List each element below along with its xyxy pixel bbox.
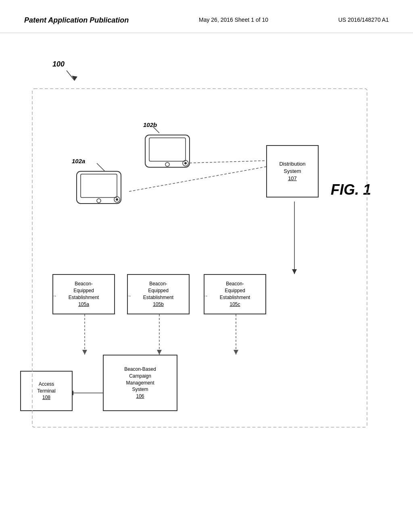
ref-100-label: 100 [52, 60, 65, 69]
svg-line-6 [181, 160, 274, 163]
arrow-105b: → [127, 293, 131, 298]
access-terminal-box: Access Terminal 108 [20, 371, 73, 411]
svg-rect-20 [81, 174, 117, 197]
header-left-label: Patent Application Publication [24, 16, 129, 25]
arrow-105c: → [204, 293, 208, 298]
fig-label: FIG. 1 [331, 181, 371, 198]
svg-line-0 [67, 71, 75, 81]
svg-rect-29 [32, 89, 367, 427]
svg-marker-11 [82, 350, 87, 355]
ref-102a-label: 102a [72, 157, 85, 165]
svg-point-23 [116, 198, 118, 201]
bcms-box: Beacon-Based Campaign Management System … [103, 355, 177, 411]
header: Patent Application Publication May 26, 2… [0, 0, 413, 33]
establishment-105c-label: Beacon- Equipped Establishment 105c [220, 281, 250, 308]
establishment-105b-box: Beacon- Equipped Establishment 105b [127, 274, 190, 314]
distribution-system-label: Distribution System 107 [279, 160, 305, 183]
header-right-label: US 2016/148270 A1 [338, 16, 389, 24]
header-center-label: May 26, 2016 Sheet 1 of 10 [199, 16, 268, 24]
device-102b [143, 133, 192, 169]
diagram-area: 100 102a [0, 48, 413, 532]
page: Patent Application Publication May 26, 2… [0, 0, 413, 532]
svg-marker-1 [72, 76, 77, 81]
bcms-label: Beacon-Based Campaign Management System … [124, 366, 156, 400]
svg-rect-25 [149, 138, 186, 161]
establishment-105a-label: Beacon- Equipped Establishment 105a [69, 281, 99, 308]
svg-marker-9 [292, 269, 297, 274]
svg-marker-13 [157, 350, 162, 355]
establishment-105b-label: Beacon- Equipped Establishment 105b [143, 281, 173, 308]
access-terminal-label: Access Terminal 108 [37, 381, 55, 401]
device-102a [75, 169, 123, 206]
svg-marker-15 [234, 350, 238, 355]
ref-102b-label: 102b [143, 121, 157, 129]
arrow-105a: → [52, 293, 57, 298]
establishment-105a-box: Beacon- Equipped Establishment 105a [52, 274, 115, 314]
svg-point-28 [184, 162, 187, 164]
distribution-system-box: Distribution System 107 [266, 145, 319, 197]
system-boundary-svg [0, 48, 413, 492]
establishment-105c-box: Beacon- Equipped Establishment 105c [204, 274, 266, 314]
